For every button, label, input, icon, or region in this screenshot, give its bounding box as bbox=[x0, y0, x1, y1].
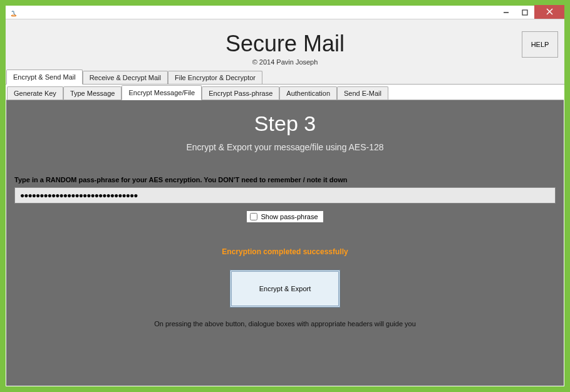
show-passphrase-label: Show pass-phrase bbox=[261, 213, 318, 220]
tab-send-email[interactable]: Send E-Mail bbox=[337, 86, 388, 100]
status-message: Encryption completed successfully bbox=[9, 247, 561, 256]
outer-panel: Generate Key Type Message Encrypt Messag… bbox=[6, 85, 564, 386]
maximize-button[interactable] bbox=[516, 6, 534, 19]
java-icon bbox=[9, 8, 19, 18]
show-passphrase-box[interactable] bbox=[250, 213, 257, 220]
close-button[interactable] bbox=[534, 5, 564, 19]
app-title: Secure Mail bbox=[6, 31, 564, 57]
tab-authentication[interactable]: Authentication bbox=[279, 86, 337, 100]
outer-tabs: Encrypt & Send Mail Receive & Decrypt Ma… bbox=[6, 70, 564, 85]
header: Secure Mail © 2014 Pavin Joseph HELP bbox=[6, 19, 564, 70]
svg-rect-2 bbox=[522, 10, 527, 15]
inner-tabs: Generate Key Type Message Encrypt Messag… bbox=[6, 85, 564, 100]
copyright: © 2014 Pavin Joseph bbox=[6, 58, 564, 66]
step-subtitle: Encrypt & Export your message/file using… bbox=[9, 142, 561, 152]
help-button[interactable]: HELP bbox=[522, 31, 558, 58]
tab-encrypt-pass-phrase[interactable]: Encrypt Pass-phrase bbox=[202, 86, 279, 100]
titlebar bbox=[6, 6, 564, 19]
minimize-button[interactable] bbox=[497, 6, 516, 19]
passphrase-input[interactable] bbox=[14, 187, 556, 204]
tab-type-message[interactable]: Type Message bbox=[63, 86, 122, 100]
encrypt-export-button[interactable]: Encrypt & Export bbox=[230, 270, 340, 307]
tab-file-encryptor-decryptor[interactable]: File Encryptor & Decryptor bbox=[168, 71, 262, 84]
content-panel: Step 3 Encrypt & Export your message/fil… bbox=[6, 100, 564, 386]
app-window: Secure Mail © 2014 Pavin Joseph HELP Enc… bbox=[6, 6, 564, 386]
show-passphrase-checkbox[interactable]: Show pass-phrase bbox=[247, 211, 323, 222]
instruction-text: Type in a RANDOM pass-phrase for your AE… bbox=[9, 176, 561, 187]
tab-encrypt-send-mail[interactable]: Encrypt & Send Mail bbox=[6, 70, 83, 85]
svg-point-0 bbox=[11, 15, 16, 16]
step-title: Step 3 bbox=[9, 111, 561, 136]
tab-encrypt-message-file[interactable]: Encrypt Message/File bbox=[122, 85, 202, 100]
tab-receive-decrypt-mail[interactable]: Receive & Decrypt Mail bbox=[83, 71, 168, 84]
tab-generate-key[interactable]: Generate Key bbox=[7, 86, 63, 100]
footnote: On pressing the above button, dialogue b… bbox=[9, 320, 561, 328]
